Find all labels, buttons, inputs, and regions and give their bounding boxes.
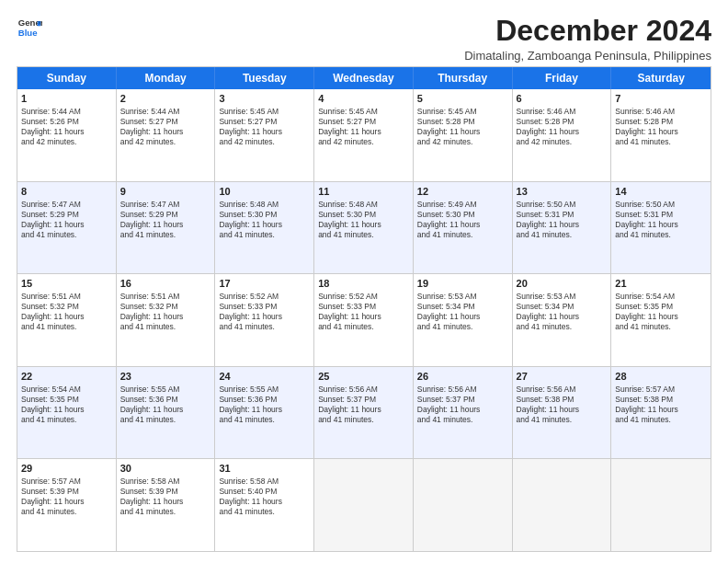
cal-cell-r2-c3: 18Sunrise: 5:52 AMSunset: 5:33 PMDayligh… [314,274,414,366]
minutes-text: and 42 minutes. [517,137,608,147]
sunrise-text: Sunrise: 5:58 AM [120,477,211,487]
day-number: 22 [21,370,112,384]
cal-cell-r4-c3 [314,459,414,551]
minutes-text: and 41 minutes. [318,415,409,425]
daylight-text: Daylight: 11 hours [517,312,608,322]
calendar-body: 1Sunrise: 5:44 AMSunset: 5:26 PMDaylight… [17,89,711,551]
sunset-text: Sunset: 5:34 PM [517,302,608,312]
minutes-text: and 41 minutes. [318,322,409,332]
sunrise-text: Sunrise: 5:45 AM [219,107,310,117]
sunrise-text: Sunrise: 5:50 AM [615,200,707,210]
day-number: 28 [615,370,707,384]
cal-cell-r2-c2: 17Sunrise: 5:52 AMSunset: 5:33 PMDayligh… [215,274,314,366]
sunrise-text: Sunrise: 5:52 AM [318,292,409,302]
daylight-text: Daylight: 11 hours [417,312,508,322]
day-number: 25 [318,370,409,384]
daylight-text: Daylight: 11 hours [318,127,409,137]
header-thursday: Thursday [414,67,513,89]
header-friday: Friday [513,67,612,89]
minutes-text: and 41 minutes. [21,415,112,425]
sunrise-text: Sunrise: 5:57 AM [615,385,707,395]
sunset-text: Sunset: 5:28 PM [517,117,608,127]
sunset-text: Sunset: 5:35 PM [615,302,707,312]
day-number: 20 [517,277,608,291]
daylight-text: Daylight: 11 hours [21,497,112,507]
sunrise-text: Sunrise: 5:53 AM [517,292,608,302]
location: Dimataling, Zamboanga Peninsula, Philipp… [464,49,711,63]
sunset-text: Sunset: 5:34 PM [417,302,508,312]
sunrise-text: Sunrise: 5:48 AM [219,200,310,210]
sunrise-text: Sunrise: 5:49 AM [417,200,508,210]
cal-cell-r0-c6: 7Sunrise: 5:46 AMSunset: 5:28 PMDaylight… [611,89,711,181]
sunset-text: Sunset: 5:31 PM [517,210,608,220]
daylight-text: Daylight: 11 hours [615,405,707,415]
sunset-text: Sunset: 5:32 PM [120,302,211,312]
daylight-text: Daylight: 11 hours [219,405,310,415]
day-number: 13 [517,185,608,199]
daylight-text: Daylight: 11 hours [219,312,310,322]
day-number: 4 [318,92,409,106]
day-number: 1 [21,92,112,106]
day-number: 31 [219,462,310,476]
sunset-text: Sunset: 5:27 PM [120,117,211,127]
daylight-text: Daylight: 11 hours [21,127,112,137]
daylight-text: Daylight: 11 hours [318,312,409,322]
minutes-text: and 41 minutes. [219,415,310,425]
minutes-text: and 41 minutes. [21,507,112,517]
header-monday: Monday [117,67,216,89]
sunset-text: Sunset: 5:36 PM [120,395,211,405]
cal-cell-r1-c3: 11Sunrise: 5:48 AMSunset: 5:30 PMDayligh… [314,182,414,274]
day-number: 3 [219,92,310,106]
minutes-text: and 41 minutes. [219,507,310,517]
cal-cell-r4-c6 [611,459,711,551]
cal-cell-r3-c1: 23Sunrise: 5:55 AMSunset: 5:36 PMDayligh… [117,367,216,459]
day-number: 2 [120,92,211,106]
minutes-text: and 41 minutes. [417,415,508,425]
minutes-text: and 41 minutes. [120,507,211,517]
sunset-text: Sunset: 5:38 PM [517,395,608,405]
sunrise-text: Sunrise: 5:46 AM [615,107,707,117]
day-number: 17 [219,277,310,291]
header-saturday: Saturday [611,67,711,89]
sunset-text: Sunset: 5:29 PM [120,210,211,220]
cal-cell-r3-c2: 24Sunrise: 5:55 AMSunset: 5:36 PMDayligh… [215,367,314,459]
daylight-text: Daylight: 11 hours [615,312,707,322]
cal-row-4: 29Sunrise: 5:57 AMSunset: 5:39 PMDayligh… [17,459,711,551]
sunrise-text: Sunrise: 5:55 AM [219,385,310,395]
sunrise-text: Sunrise: 5:58 AM [219,477,310,487]
daylight-text: Daylight: 11 hours [517,405,608,415]
cal-cell-r4-c4 [414,459,513,551]
minutes-text: and 42 minutes. [318,137,409,147]
day-number: 16 [120,277,211,291]
minutes-text: and 42 minutes. [219,137,310,147]
daylight-text: Daylight: 11 hours [615,220,707,230]
header-sunday: Sunday [17,67,117,89]
minutes-text: and 41 minutes. [21,322,112,332]
cal-row-3: 22Sunrise: 5:54 AMSunset: 5:35 PMDayligh… [17,367,711,460]
cal-cell-r4-c2: 31Sunrise: 5:58 AMSunset: 5:40 PMDayligh… [215,459,314,551]
calendar: Sunday Monday Tuesday Wednesday Thursday… [17,66,711,552]
day-number: 27 [517,370,608,384]
cal-cell-r3-c4: 26Sunrise: 5:56 AMSunset: 5:37 PMDayligh… [414,367,513,459]
day-number: 7 [615,92,707,106]
sunrise-text: Sunrise: 5:51 AM [21,292,112,302]
minutes-text: and 41 minutes. [219,230,310,240]
daylight-text: Daylight: 11 hours [219,127,310,137]
sunrise-text: Sunrise: 5:56 AM [318,385,409,395]
daylight-text: Daylight: 11 hours [219,220,310,230]
sunrise-text: Sunrise: 5:46 AM [517,107,608,117]
minutes-text: and 41 minutes. [615,322,707,332]
daylight-text: Daylight: 11 hours [318,220,409,230]
sunset-text: Sunset: 5:30 PM [318,210,409,220]
sunrise-text: Sunrise: 5:47 AM [120,200,211,210]
sunset-text: Sunset: 5:28 PM [615,117,707,127]
cal-cell-r1-c0: 8Sunrise: 5:47 AMSunset: 5:29 PMDaylight… [17,182,117,274]
daylight-text: Daylight: 11 hours [417,127,508,137]
sunrise-text: Sunrise: 5:50 AM [517,200,608,210]
minutes-text: and 41 minutes. [517,230,608,240]
daylight-text: Daylight: 11 hours [120,127,211,137]
sunset-text: Sunset: 5:28 PM [417,117,508,127]
cal-cell-r0-c0: 1Sunrise: 5:44 AMSunset: 5:26 PMDaylight… [17,89,117,181]
sunset-text: Sunset: 5:30 PM [219,210,310,220]
month-year: December 2024 [464,15,711,47]
